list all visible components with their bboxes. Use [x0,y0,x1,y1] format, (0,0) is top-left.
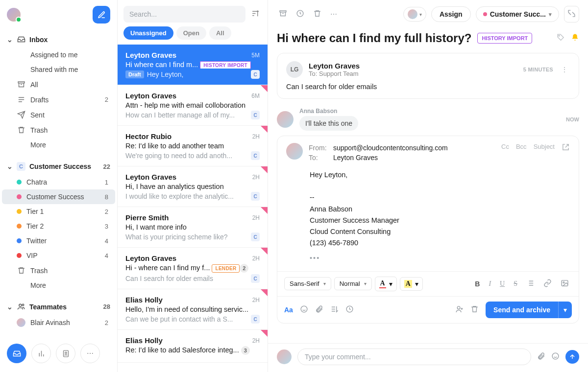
conversation-panel: UnassignedOpenAll Leyton Graves5M Hi whe… [118,0,268,372]
conversation-item[interactable]: Leyton Graves6M Attn - help me with emai… [118,85,268,126]
list-icon[interactable] [523,277,538,291]
expand-button[interactable] [564,6,579,23]
emoji-icon[interactable] [551,352,560,362]
conversation-item[interactable]: Elias Holly2H Hello, I'm in need of cons… [118,289,268,330]
tag-picker[interactable]: Customer Succ... ▾ [476,6,559,22]
message-menu-icon[interactable]: ⋮ [559,66,570,73]
nav-item[interactable]: Customer Success8 [2,189,115,204]
conversation-item[interactable]: Leyton Graves5M Hi where can I find m...… [118,45,268,85]
filter-tab[interactable]: Open [176,26,206,40]
send-and-archive-button[interactable]: Send and archive ▾ [486,302,572,318]
nav-item[interactable]: Shared with me [2,62,115,77]
font-family-select[interactable]: Sans-Serif▾ [284,277,331,290]
comment-send-button[interactable] [565,350,579,364]
subject-button[interactable]: Subject [534,143,555,150]
underline-icon[interactable]: U [497,278,508,290]
italic-icon[interactable]: I [486,278,494,290]
color-dot [17,194,22,199]
nav-header[interactable]: ⌄ Teammates 28 [0,299,117,315]
nav-item-label: Twitter [26,237,47,245]
bold-icon[interactable]: B [472,278,483,290]
sidebar: ⌄ Inbox Assigned to me Shared with me Al… [0,0,118,372]
nav-header[interactable]: ⌄ C Customer Success 22 [0,158,117,175]
note-avatar [277,111,294,128]
to-label: To: [309,154,329,162]
nav-item[interactable]: Twitter4 [2,233,115,248]
compose-body[interactable]: Hey Leyton, -- Anna Babson Customer Succ… [277,165,579,271]
popout-icon[interactable] [562,143,570,153]
discard-icon[interactable] [470,305,479,315]
archive-icon[interactable] [277,7,289,21]
sort-button[interactable] [249,7,262,21]
conversation-item[interactable]: Leyton Graves2H Hi - where can I find my… [118,248,268,289]
search-input[interactable] [123,6,245,23]
filter-tab[interactable]: All [209,26,231,40]
nav-item-label: All [30,81,38,89]
archive-icon [17,80,25,89]
assignee-picker[interactable]: ▾ [403,7,426,22]
send-options-icon[interactable]: ▾ [558,302,572,318]
bell-icon[interactable] [571,33,579,43]
conversation-tag: LENDER [212,264,240,273]
nav-item[interactable]: Trash [2,263,115,278]
tag-icon[interactable] [557,33,565,43]
strikethrough-icon[interactable]: S [511,278,520,290]
conversation-item[interactable]: Hector Rubio2H Re: I'd like to add anoth… [118,126,268,166]
footer-more-button[interactable]: ⋯ [80,344,100,363]
quoted-toggle[interactable]: ••• [310,253,546,264]
font-weight-select[interactable]: Normal▾ [334,277,372,290]
nav-item[interactable]: Tier 23 [2,219,115,233]
conversation-item[interactable]: Elias Holly2H Re: I'd like to add Salesf… [118,330,268,363]
canned-response-icon[interactable] [330,305,339,315]
schedule-icon[interactable] [345,305,354,315]
snooze-icon[interactable] [294,7,306,21]
comment-input[interactable] [297,349,531,365]
text-color-picker[interactable]: A▾ [375,277,397,291]
nav-item[interactable]: More [2,278,115,293]
highlight-color-picker[interactable]: A▾ [400,277,423,291]
user-avatar[interactable] [7,8,21,22]
add-person-icon[interactable] [455,305,464,315]
nav-header[interactable]: ⌄ Inbox [0,31,117,47]
compose-from[interactable]: support@cloudcontentconsulting.com [333,144,448,152]
nav-item[interactable]: Sent [2,107,115,122]
bcc-button[interactable]: Bcc [516,143,527,150]
emoji-icon[interactable] [300,305,308,315]
nav-item[interactable]: Assigned to me [2,47,115,62]
nav-item[interactable]: Chatra1 [2,175,115,189]
inbox-icon [17,35,25,44]
nav-item[interactable]: Tier 12 [2,204,115,219]
nav-item[interactable]: Trash [2,122,115,138]
conversation-time: 2H [252,255,260,262]
conversation-preview: I would like to explore the analytic... [125,192,248,200]
svg-point-12 [457,306,460,309]
from-label: From: [309,144,329,152]
attachment-icon[interactable] [315,305,323,315]
nav-item[interactable]: VIP4 [2,248,115,263]
image-icon[interactable] [558,277,572,291]
nav-item[interactable]: All [2,77,115,92]
message-to: Support Team [319,70,359,77]
assign-button[interactable]: Assign [431,6,471,22]
attachment-icon[interactable] [537,352,545,362]
footer-contacts-button[interactable] [56,344,75,363]
filter-tab[interactable]: Unassigned [123,26,173,40]
cc-button[interactable]: Cc [501,143,509,150]
nav-item[interactable]: More [2,138,115,152]
footer-analytics-button[interactable] [31,344,51,363]
thread-count: 3 [241,346,250,355]
conversation-item[interactable]: Pierre Smith2H Hi, I want more info What… [118,207,268,248]
link-icon[interactable] [540,277,555,291]
compose-card: From:support@cloudcontentconsulting.com … [277,136,579,324]
trash-icon[interactable] [311,7,323,21]
formatting-toggle-icon[interactable]: Aa [284,306,293,314]
footer-inbox-button[interactable] [7,344,26,363]
nav-item[interactable]: Blair Avinash 2 [2,315,115,330]
conversation-time: 5M [251,52,260,59]
conversation-sender: Elias Holly [125,336,163,345]
conversation-item[interactable]: Leyton Graves2H Hi, I have an analytics … [118,166,268,207]
nav-item[interactable]: Drafts 2 [2,92,115,107]
compose-button[interactable] [93,6,110,23]
more-icon[interactable]: ⋯ [328,8,339,20]
compose-to[interactable]: Leyton Graves [333,154,378,162]
